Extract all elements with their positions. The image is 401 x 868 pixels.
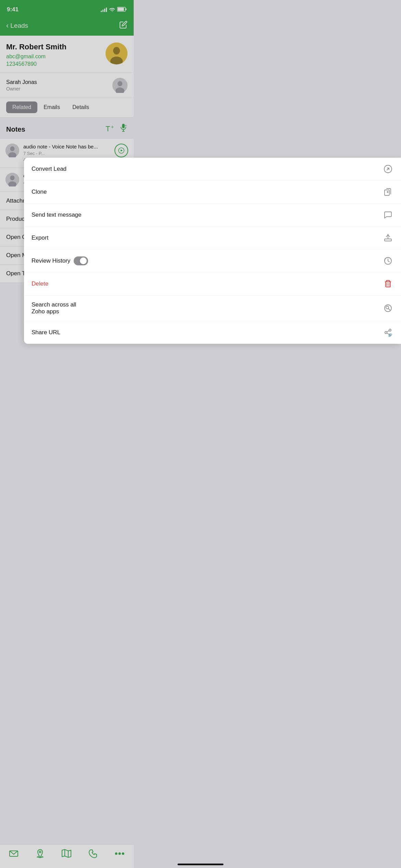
convert-lead-menu-item[interactable]: Convert Lead bbox=[24, 158, 134, 181]
convert-lead-label: Convert Lead bbox=[32, 166, 66, 172]
toggle-knob bbox=[80, 257, 87, 264]
review-history-toggle[interactable] bbox=[74, 256, 88, 265]
clone-label: Clone bbox=[32, 189, 47, 195]
send-text-menu-item[interactable]: Send text message bbox=[24, 204, 134, 227]
review-history-toggle-wrap: Review History bbox=[32, 256, 88, 265]
review-history-menu-item[interactable]: Review History bbox=[24, 250, 134, 273]
context-menu: Convert Lead Clone Send text message bbox=[24, 158, 134, 317]
export-menu-item[interactable]: Export bbox=[24, 227, 134, 250]
clone-menu-item[interactable]: Clone bbox=[24, 181, 134, 204]
search-zoho-label: Search across all Zoho apps bbox=[32, 301, 76, 315]
export-label: Export bbox=[32, 234, 48, 241]
delete-label: Delete bbox=[32, 280, 48, 287]
review-history-label: Review History bbox=[32, 257, 70, 264]
search-zoho-menu-item[interactable]: Search across all Zoho apps bbox=[24, 296, 134, 317]
send-text-label: Send text message bbox=[32, 212, 82, 218]
delete-menu-item[interactable]: Delete bbox=[24, 273, 134, 296]
